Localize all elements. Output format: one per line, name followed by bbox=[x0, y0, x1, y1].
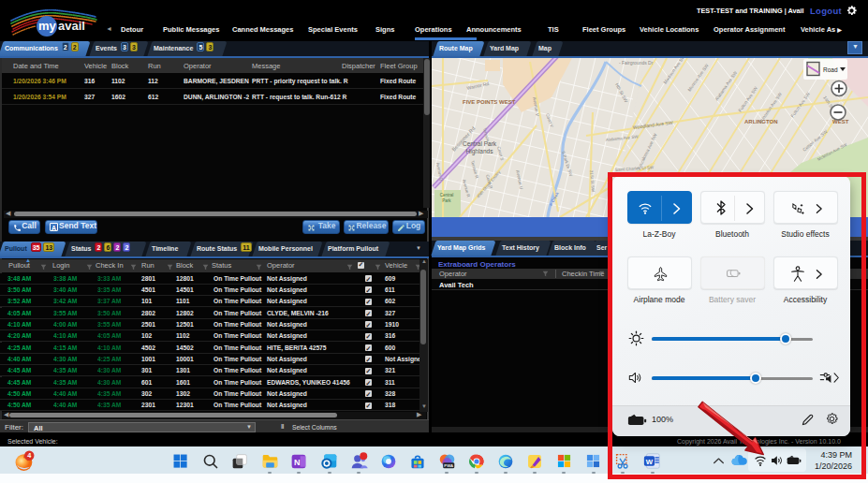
svg-text:Highlands: Highlands bbox=[466, 148, 494, 155]
svg-text:Road: Road bbox=[823, 66, 838, 73]
svg-text:my: my bbox=[38, 19, 57, 33]
svg-text:FIVE POINTS WEST: FIVE POINTS WEST bbox=[463, 99, 516, 105]
svg-text:N: N bbox=[294, 458, 301, 467]
svg-text:avail: avail bbox=[58, 19, 85, 33]
svg-text:PWA: PWA bbox=[444, 463, 453, 468]
svg-text:Central: Central bbox=[440, 193, 454, 198]
svg-text:Park: Park bbox=[442, 198, 451, 203]
svg-text:- Fairgrounds Dr: - Fairgrounds Dr bbox=[619, 60, 654, 66]
